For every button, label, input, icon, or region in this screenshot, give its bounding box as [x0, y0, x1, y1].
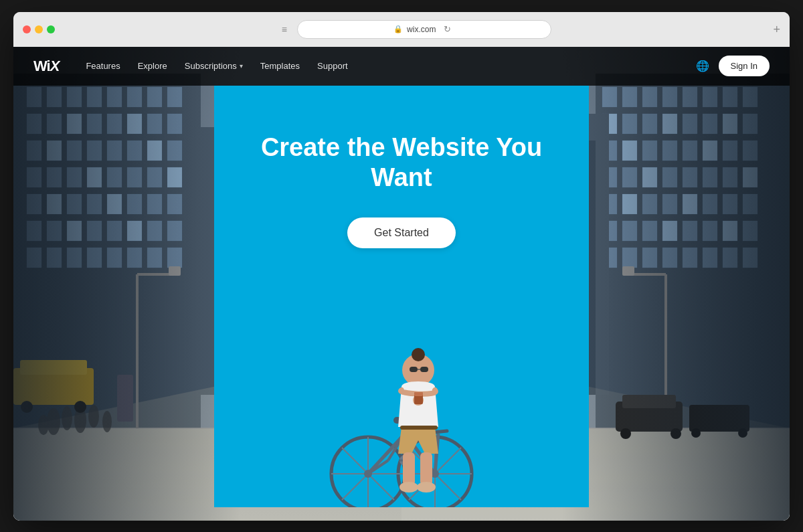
get-started-button[interactable]: Get Started	[347, 217, 456, 248]
nav-link-templates[interactable]: Templates	[254, 57, 306, 75]
website-content: WiX Features Explore Subscriptions ▾ Tem…	[13, 47, 790, 521]
svg-rect-179	[400, 426, 438, 430]
hero-panel: Create the Website You Want Get Started	[214, 86, 589, 507]
svg-rect-173	[420, 367, 428, 372]
globe-icon[interactable]: 🌐	[696, 60, 709, 72]
minimize-button[interactable]	[35, 25, 43, 33]
svg-rect-181	[420, 452, 432, 486]
sign-in-button[interactable]: Sign In	[719, 56, 770, 76]
browser-chrome: ≡ 🔒 wix.com ↻ +	[13, 12, 790, 47]
browser-window: ≡ 🔒 wix.com ↻ +	[13, 12, 790, 521]
svg-rect-147	[13, 47, 241, 521]
maximize-button[interactable]	[47, 25, 55, 33]
nav-link-explore[interactable]: Explore	[131, 57, 174, 75]
svg-rect-178	[414, 392, 423, 396]
nav-link-subscriptions[interactable]: Subscriptions ▾	[178, 57, 250, 75]
close-button[interactable]	[23, 25, 31, 33]
traffic-lights	[23, 25, 55, 33]
address-bar-area: ≡ 🔒 wix.com ↻	[62, 20, 766, 39]
back-button[interactable]: ≡	[277, 22, 292, 37]
nav-links: Features Explore Subscriptions ▾ Templat…	[79, 57, 695, 75]
nav-right: 🌐 Sign In	[696, 56, 770, 76]
navbar: WiX Features Explore Subscriptions ▾ Tem…	[13, 47, 790, 86]
hero-illustration	[301, 293, 502, 507]
nav-link-features[interactable]: Features	[79, 57, 126, 75]
url-text: wix.com	[407, 25, 436, 34]
nav-controls: ≡	[277, 22, 292, 37]
hero-headline: Create the Website You Want	[214, 132, 589, 193]
svg-rect-172	[410, 367, 418, 372]
reload-button[interactable]: ↻	[440, 22, 454, 37]
svg-rect-180	[403, 452, 415, 486]
svg-point-182	[399, 482, 418, 493]
svg-rect-148	[562, 47, 790, 521]
subscriptions-chevron-icon: ▾	[240, 62, 243, 70]
nav-link-support[interactable]: Support	[310, 57, 355, 75]
new-tab-button[interactable]: +	[773, 23, 780, 35]
svg-line-168	[434, 431, 447, 432]
svg-point-183	[417, 482, 436, 493]
lock-icon: 🔒	[393, 25, 403, 33]
svg-point-175	[412, 348, 425, 361]
address-bar[interactable]: 🔒 wix.com ↻	[297, 20, 551, 39]
wix-logo: WiX	[33, 58, 59, 75]
